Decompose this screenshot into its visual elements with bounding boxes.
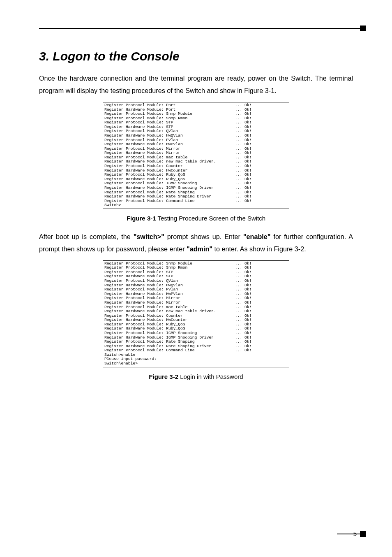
header-accent-line [39, 28, 360, 29]
figure-label: Figure 3-1 [127, 215, 156, 222]
footer-accent-block [360, 531, 366, 537]
p2-bold-admin: "admin" [187, 245, 212, 253]
terminal-output-1: Register Protocol Module: Port ... Ok! R… [103, 102, 289, 209]
header-accent-block [360, 26, 366, 31]
page-footer: 5 [353, 530, 366, 537]
figure-text: Testing Procedure Screen of the Switch [156, 215, 266, 222]
p2-bold-enable: "enable" [243, 233, 271, 240]
intro-paragraph-2: After boot up is complete, the "switch>"… [39, 231, 353, 255]
figure-caption-2: Figure 3-2 Login in with Password [39, 373, 353, 380]
p2-text-c: prompt shows up. Enter [164, 233, 243, 240]
figure-caption-1: Figure 3-1 Testing Procedure Screen of t… [39, 215, 353, 222]
terminal-output-2: Register Protocol Module: Snmp Module ..… [103, 260, 289, 367]
p2-bold-switch: "switch>" [134, 233, 164, 240]
figure-text: Login in with Password [178, 373, 243, 380]
intro-paragraph-1: Once the hardware connection and the ter… [39, 72, 353, 97]
p2-text-g: to enter. As show in Figure 3-2. [212, 245, 306, 253]
section-heading: 3. Logon to the Console [39, 49, 353, 63]
figure-label: Figure 3-2 [149, 373, 178, 380]
p2-text-a: After boot up is complete, the [39, 233, 134, 240]
